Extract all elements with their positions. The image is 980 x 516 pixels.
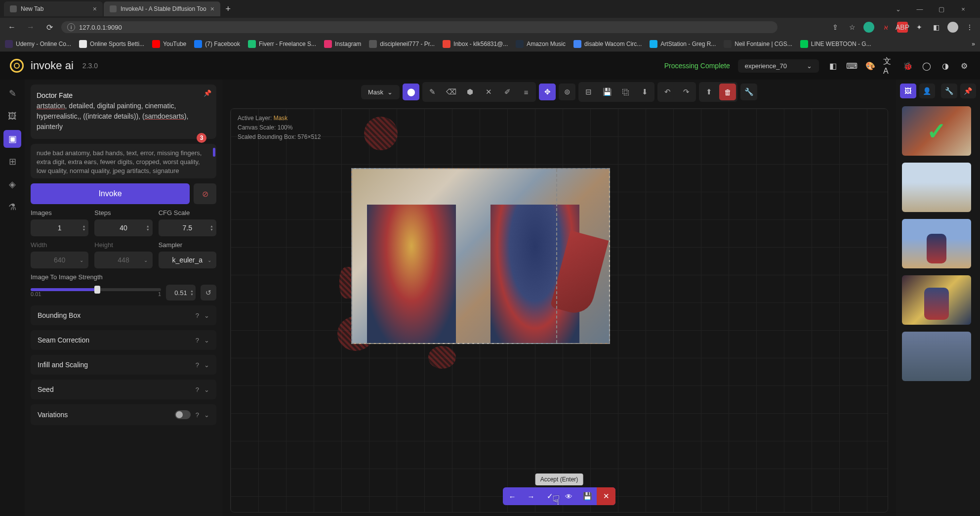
gallery-settings-button[interactable]: 🔧	[941, 84, 957, 98]
discord-icon[interactable]: ◑	[939, 60, 951, 72]
forward-button[interactable]: →	[24, 20, 38, 34]
variations-toggle[interactable]	[175, 410, 191, 419]
accordion-bounding-box[interactable]: Bounding Box?⌄	[31, 305, 216, 325]
bookmark-item[interactable]: Instagram	[324, 40, 361, 48]
tool-eraser-button[interactable]: ⌫	[443, 84, 459, 100]
help-icon[interactable]: ?	[196, 411, 199, 419]
canvas-viewport[interactable]: Active Layer: Mask Canvas Scale: 100% Sc…	[230, 108, 888, 513]
save-staged-button[interactable]: 💾	[578, 487, 597, 505]
stepper-icon[interactable]: ▲▼	[82, 224, 85, 231]
accordion-seed[interactable]: Seed?⌄	[31, 380, 216, 399]
close-icon[interactable]: ×	[93, 5, 97, 13]
help-icon[interactable]: ?	[196, 361, 199, 369]
bookmark-item[interactable]: Inbox - klk56831@...	[443, 40, 508, 48]
sampler-select[interactable]: k_euler_a⌄	[159, 252, 216, 268]
language-icon[interactable]: 文A	[883, 60, 895, 72]
save-canvas-button[interactable]: 💾	[599, 84, 615, 100]
share-icon[interactable]: ⇪	[830, 22, 841, 33]
palette-icon[interactable]: 🎨	[864, 60, 876, 72]
settings-gear-icon[interactable]: ⚙	[958, 60, 970, 72]
extension-icon[interactable]	[863, 22, 874, 33]
gallery-user-tab[interactable]: 👤	[919, 84, 936, 98]
url-input[interactable]: i 127.0.0.1:9090	[61, 21, 777, 33]
bookmark-item[interactable]: (7) Facebook	[194, 40, 240, 48]
maximize-icon[interactable]: ▢	[933, 2, 950, 16]
strength-slider[interactable]	[31, 288, 161, 291]
tool-eyedropper-button[interactable]: ✐	[499, 84, 516, 100]
accordion-seam-correction[interactable]: Seam Correction?⌄	[31, 330, 216, 350]
rail-img2img[interactable]: 🖼	[3, 107, 21, 125]
redo-button[interactable]: ↷	[678, 84, 694, 100]
bookmark-item[interactable]: Fiverr - Freelance S...	[248, 40, 316, 48]
next-button[interactable]: →	[522, 487, 540, 505]
close-icon[interactable]: ×	[210, 5, 214, 13]
clear-canvas-button[interactable]: 🗑	[719, 84, 736, 100]
stepper-icon[interactable]: ▲▼	[146, 224, 150, 231]
github-icon[interactable]: ◯	[921, 60, 933, 72]
back-button[interactable]: ←	[5, 20, 19, 34]
rail-canvas[interactable]: ▣	[3, 130, 21, 148]
menu-icon[interactable]: ⋮	[964, 22, 975, 33]
bookmark-item[interactable]: discipleneil777 - Pr...	[369, 40, 435, 48]
discard-button[interactable]: ✕	[597, 487, 615, 505]
bookmark-star-icon[interactable]: ☆	[847, 22, 858, 33]
cfg-input[interactable]: 7.5▲▼	[159, 219, 216, 236]
bookmark-item[interactable]: LINE WEBTOON - G...	[800, 40, 871, 48]
slider-thumb[interactable]	[94, 286, 100, 294]
keyboard-icon[interactable]: ⌨	[846, 60, 858, 72]
stepper-icon[interactable]: ▲▼	[190, 289, 194, 296]
gallery-thumbnail[interactable]	[902, 332, 971, 381]
layer-select[interactable]: Mask⌄	[361, 85, 400, 99]
scrollbar[interactable]	[213, 148, 215, 157]
prev-button[interactable]: ←	[503, 487, 522, 505]
tool-transform-button[interactable]: ⊚	[559, 84, 575, 100]
merge-button[interactable]: ⊟	[580, 84, 597, 100]
pin-icon[interactable]: 📌	[204, 88, 211, 98]
negative-prompt-input[interactable]: nude bad anatomy, bad hands, text, error…	[31, 144, 216, 178]
tool-mask-button[interactable]: ⬤	[403, 84, 419, 100]
height-select[interactable]: 448⌄	[94, 252, 152, 268]
cancel-button[interactable]: ⊘	[194, 183, 216, 204]
tool-clear-button[interactable]: ✕	[480, 84, 497, 100]
tool-brush-button[interactable]: ✎	[424, 84, 441, 100]
bookmark-item[interactable]: YouTube	[152, 40, 186, 48]
bookmarks-overflow-icon[interactable]: »	[972, 41, 975, 47]
rail-postprocess[interactable]: ◈	[3, 175, 21, 193]
help-icon[interactable]: ?	[196, 337, 199, 344]
help-icon[interactable]: ?	[196, 386, 199, 393]
extensions-icon[interactable]: ✦	[914, 22, 925, 33]
cube-icon[interactable]: ◧	[827, 60, 839, 72]
bookmark-item[interactable]: Amazon Music	[516, 40, 566, 48]
rail-nodes[interactable]: ⊞	[3, 153, 21, 171]
download-button[interactable]: ⬇	[636, 84, 653, 100]
adblock-icon[interactable]: ABP	[897, 22, 908, 33]
reload-button[interactable]: ⟳	[42, 20, 56, 34]
chevron-down-icon[interactable]: ⌄	[889, 2, 907, 16]
extension-icon[interactable]: א	[880, 22, 891, 33]
tool-move-button[interactable]: ✥	[539, 84, 556, 100]
canvas-settings-button[interactable]: 🔧	[740, 84, 757, 100]
rail-txt2img[interactable]: ✎	[3, 85, 21, 102]
gallery-thumbnail[interactable]	[902, 275, 971, 325]
info-icon[interactable]: i	[67, 23, 75, 31]
generated-image[interactable]	[351, 168, 610, 344]
side-panel-icon[interactable]: ◧	[931, 22, 941, 33]
close-window-icon[interactable]: ×	[954, 2, 972, 16]
bookmark-item[interactable]: Online Sports Betti...	[79, 40, 144, 48]
rail-training[interactable]: ⚗	[3, 198, 21, 216]
bookmark-item[interactable]: Udemy - Online Co...	[5, 40, 71, 48]
new-tab-button[interactable]: +	[221, 2, 235, 16]
tool-options-button[interactable]: ≡	[518, 84, 534, 100]
browser-tab[interactable]: New Tab ×	[4, 1, 103, 16]
help-icon[interactable]: ?	[196, 312, 199, 319]
accept-button[interactable]: ✓	[540, 487, 559, 505]
steps-input[interactable]: 40▲▼	[94, 219, 152, 236]
undo-button[interactable]: ↶	[659, 84, 676, 100]
images-input[interactable]: 1▲▼	[31, 219, 88, 236]
reset-strength-button[interactable]: ↺	[201, 285, 216, 301]
gallery-images-tab[interactable]: 🖼	[900, 84, 916, 98]
gallery-pin-button[interactable]: 📌	[960, 84, 977, 98]
accordion-variations[interactable]: Variations?⌄	[31, 404, 216, 425]
view-button[interactable]: 👁	[559, 487, 578, 505]
bookmark-item[interactable]: ArtStation - Greg R...	[650, 40, 716, 48]
